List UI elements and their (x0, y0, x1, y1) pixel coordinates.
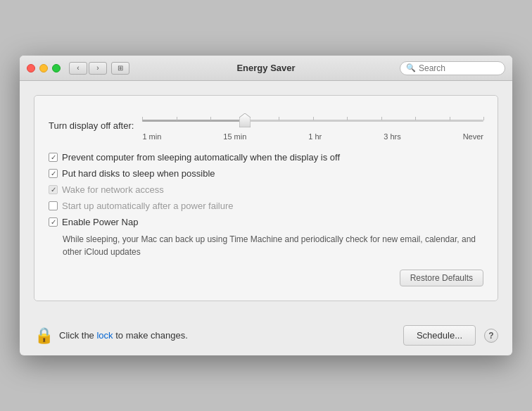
checkbox-startup-after-failure-wrap: Start up automatically after a power fai… (49, 201, 234, 211)
checkbox-wake-network-label: Wake for network access (62, 184, 164, 195)
checkbox-prevent-sleep[interactable] (49, 153, 58, 162)
back-button[interactable]: ‹ (69, 62, 87, 75)
grid-icon: ⊞ (118, 64, 123, 72)
tick-6 (347, 117, 348, 120)
nav-buttons: ‹ › (69, 62, 107, 75)
checkbox-item-hard-disks: Put hard disks to sleep when possible (49, 168, 483, 179)
display-off-label: Turn display off after: (49, 120, 134, 131)
maximize-button[interactable] (52, 64, 61, 72)
tick-5 (313, 117, 314, 120)
main-content: Turn display off after: (20, 81, 512, 315)
checkbox-power-nap[interactable] (49, 217, 58, 227)
tick-marks-container (142, 117, 483, 124)
tick-8 (415, 117, 416, 120)
lock-section: 🔒 Click the lock to make changes. (34, 326, 188, 346)
window-title: Energy Saver (236, 63, 295, 73)
search-box[interactable]: 🔍 (400, 61, 505, 75)
traffic-lights (27, 64, 61, 72)
checkbox-item-prevent-sleep: Prevent computer from sleeping automatic… (49, 152, 483, 163)
right-bottom: Schedule... ? (403, 325, 498, 346)
checkbox-startup-after-failure[interactable] (49, 201, 58, 210)
tick-1 (177, 117, 177, 120)
titlebar: ‹ › ⊞ Energy Saver 🔍 (20, 56, 512, 81)
tick-2 (210, 117, 211, 120)
tick-10 (483, 117, 484, 120)
checkbox-hard-disks-wrap: Put hard disks to sleep when possible (49, 168, 215, 179)
lock-icon: 🔒 (34, 327, 53, 345)
checkbox-hard-disks-label: Put hard disks to sleep when possible (62, 168, 215, 179)
tick-7 (381, 117, 382, 120)
checkbox-power-nap-wrap: Enable Power Nap (49, 217, 138, 227)
close-button[interactable] (27, 64, 35, 72)
checkbox-power-nap-label: Enable Power Nap (62, 217, 138, 227)
power-nap-description: While sleeping, your Mac can back up usi… (63, 233, 483, 258)
forward-button[interactable]: › (89, 62, 107, 75)
slider-wrapper: 1 min 15 min 1 hr 3 hrs Never (142, 110, 483, 141)
window: ‹ › ⊞ Energy Saver 🔍 Turn display off af… (20, 56, 512, 355)
checkbox-wake-network[interactable] (49, 185, 58, 194)
checkbox-item-wake-network: Wake for network access (49, 184, 483, 195)
checkbox-hard-disks[interactable] (49, 169, 58, 178)
checkbox-item-power-nap: Enable Power Nap (49, 217, 483, 227)
lock-link[interactable]: lock (96, 330, 113, 341)
bottom-bar: 🔒 Click the lock to make changes. Schedu… (20, 315, 512, 355)
slider-label-15min: 15 min (223, 132, 246, 141)
lock-button[interactable]: 🔒 (34, 326, 53, 346)
slider-labels: 1 min 15 min 1 hr 3 hrs Never (142, 132, 483, 141)
search-input[interactable] (419, 63, 499, 73)
slider-label-never: Never (463, 132, 483, 141)
slider-label-1hr: 1 hr (308, 132, 322, 141)
slider-label-1min: 1 min (142, 132, 161, 141)
settings-panel: Turn display off after: (34, 95, 498, 301)
help-button[interactable]: ? (484, 329, 498, 343)
tick-9 (450, 117, 450, 120)
checkbox-startup-after-failure-label: Start up automatically after a power fai… (62, 201, 234, 211)
checkbox-wake-network-wrap: Wake for network access (49, 184, 164, 195)
slider-track-area[interactable] (142, 110, 483, 131)
lock-text: Click the lock to make changes. (59, 330, 188, 341)
tick-0 (142, 117, 143, 120)
checkbox-prevent-sleep-label: Prevent computer from sleeping automatic… (62, 152, 340, 163)
minimize-button[interactable] (39, 64, 48, 72)
search-icon: 🔍 (406, 63, 416, 72)
grid-button[interactable]: ⊞ (111, 62, 129, 75)
restore-defaults-row: Restore Defaults (49, 270, 483, 286)
checkbox-prevent-sleep-wrap: Prevent computer from sleeping automatic… (49, 152, 340, 163)
slider-label-3hrs: 3 hrs (384, 132, 400, 141)
schedule-button[interactable]: Schedule... (403, 325, 476, 346)
restore-defaults-button[interactable]: Restore Defaults (400, 270, 483, 286)
checkbox-section: Prevent computer from sleeping automatic… (49, 152, 483, 258)
tick-4 (279, 117, 279, 120)
checkbox-item-startup-after-failure: Start up automatically after a power fai… (49, 201, 483, 211)
display-off-slider-section: Turn display off after: (49, 110, 483, 141)
slider-thumb[interactable] (239, 113, 251, 127)
